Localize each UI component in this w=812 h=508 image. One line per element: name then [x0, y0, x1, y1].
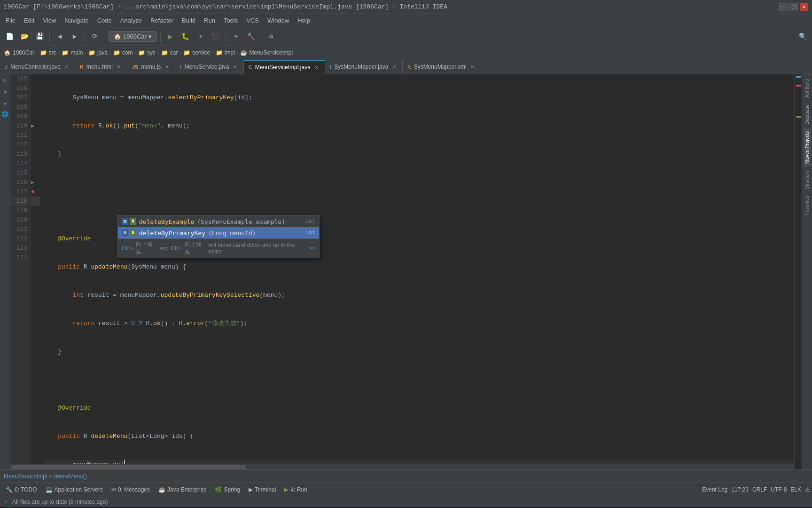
forward-button[interactable]: ▶	[68, 30, 81, 43]
todo-tab[interactable]: 🔧 6: TODO	[2, 485, 41, 494]
terminal-tab[interactable]: ▶ Terminal	[245, 485, 280, 494]
breadcrumb-car[interactable]: 📁 car	[161, 49, 178, 56]
hint-more[interactable]: >>	[309, 245, 315, 252]
debug-button[interactable]: 🐛	[179, 30, 192, 43]
code-line-113: return result > 0 ? R.ok() : R.error("修改…	[43, 319, 794, 328]
breadcrumb-main[interactable]: 📁 main	[62, 49, 83, 56]
ant-build-tab[interactable]: Ant Build	[804, 76, 811, 101]
scrollbar-thumb-h[interactable]	[11, 465, 246, 469]
spring-tab[interactable]: 🌿 Spring	[211, 485, 244, 494]
autocomplete-item-2[interactable]: m b deleteByPrimaryKey(Long menuId) int	[118, 227, 319, 238]
autocomplete-item-1[interactable]: m b deleteByExample(SysMenuExample examp…	[118, 216, 319, 227]
encoding[interactable]: UTF-8	[771, 486, 787, 493]
code-editor[interactable]: 105 106 107 108 109 110 111 112 113 114 …	[10, 74, 794, 469]
menu-refactor[interactable]: Refactor	[147, 16, 177, 25]
breadcrumb-src[interactable]: 📁 src	[40, 49, 56, 56]
project-selector[interactable]: 🏠 1906Car ▾	[109, 31, 157, 42]
error-mark-1[interactable]	[796, 76, 801, 78]
run-button[interactable]: ▶	[164, 30, 177, 43]
event-log-button[interactable]: Event Log	[702, 486, 727, 493]
minimize-button[interactable]: ─	[779, 3, 788, 11]
menu-tools[interactable]: Tools	[220, 16, 242, 25]
tab-close-sys-menu-mapper-xml[interactable]: ✕	[469, 64, 476, 70]
build-project-button[interactable]: 🔨	[244, 30, 258, 43]
elk-status[interactable]: ELK	[790, 486, 801, 493]
breadcrumb-syc[interactable]: 📁 syc	[138, 49, 156, 56]
breadcrumb-impl[interactable]: 📁 impl	[216, 49, 235, 56]
ok-mark[interactable]	[796, 116, 801, 118]
horizontal-scrollbar[interactable]	[10, 464, 794, 469]
menu-edit[interactable]: Edit	[20, 16, 38, 25]
breakpoint-117[interactable]: ●	[31, 187, 40, 197]
tab-sys-menu-mapper[interactable]: I SysMenuMapper.java ✕	[325, 60, 403, 74]
breadcrumb-com[interactable]: 📁 com	[113, 49, 133, 56]
breadcrumb-service[interactable]: 📁 service	[183, 49, 210, 56]
com-icon: 📁	[113, 49, 120, 56]
code-text[interactable]: SysMenu menu = menuMapper.selectByPrimar…	[40, 74, 794, 464]
app-servers-label: Application Servers	[55, 486, 103, 493]
breadcrumb-file[interactable]: ☕ MenuServiceImpl	[240, 49, 293, 56]
app-servers-tab[interactable]: 💻 Application Servers	[42, 485, 107, 494]
back-button[interactable]: ◀	[53, 30, 66, 43]
run-gutter-110[interactable]: ▶	[31, 121, 40, 131]
tab-close-menu-js[interactable]: ✕	[164, 64, 170, 70]
refresh-button[interactable]: ⟳	[88, 30, 102, 43]
maven-projects-tab[interactable]: Maven Projects	[804, 128, 811, 167]
tab-close-sys-menu-mapper[interactable]: ✕	[391, 64, 398, 70]
menu-help[interactable]: Help	[294, 16, 314, 25]
structure-icon[interactable]: ≡	[1, 87, 9, 96]
autocomplete-popup[interactable]: m b deleteByExample(SysMenuExample examp…	[117, 215, 320, 258]
menu-view[interactable]: View	[39, 16, 60, 25]
search-area: 🔍	[796, 30, 809, 43]
close-button[interactable]: ✕	[800, 3, 808, 11]
menu-analyze[interactable]: Analyze	[117, 16, 146, 25]
tab-close-menu-controller[interactable]: ✕	[63, 64, 70, 70]
menu-run[interactable]: Run	[200, 16, 219, 25]
open-button[interactable]: 📂	[18, 30, 31, 43]
profile-button[interactable]: ⚡	[194, 30, 207, 43]
tabs-bar: J MenuController.java ✕ H menu.html ✕ JS…	[0, 59, 812, 74]
favorites-icon[interactable]: ★	[1, 99, 9, 107]
search-everywhere-button[interactable]: 🔍	[796, 30, 809, 43]
save-button[interactable]: 💾	[33, 30, 46, 43]
java-enterprise-tab[interactable]: ☕ Java Enterprise	[155, 485, 210, 494]
tab-menu-service[interactable]: I MenuService.java ✕	[175, 60, 243, 74]
menu-code[interactable]: Code	[94, 16, 116, 25]
stop-button[interactable]: ⬛	[209, 30, 222, 43]
breadcrumb-java[interactable]: 📁 java	[88, 49, 108, 56]
tab-menu-controller[interactable]: J MenuController.java ✕	[0, 60, 75, 74]
menu-navigate[interactable]: Navigate	[61, 16, 92, 25]
menu-vcs[interactable]: VCS	[242, 16, 263, 25]
web-icon[interactable]: 🌐	[1, 110, 9, 119]
run-tab[interactable]: ▶ 4: Run	[281, 485, 311, 494]
tab-menu-html[interactable]: H menu.html ✕	[75, 60, 127, 74]
menu-window[interactable]: Window	[264, 16, 293, 25]
error-mark-2[interactable]	[796, 85, 801, 87]
new-file-button[interactable]: 📄	[3, 30, 16, 43]
structure-tab[interactable]: Structure	[804, 167, 811, 192]
breadcrumb-project[interactable]: 🏠 1906Car	[4, 49, 34, 56]
maximize-button[interactable]: □	[789, 3, 798, 11]
messages-tab[interactable]: ✉ 0: Messages	[108, 485, 154, 494]
impl-icon: 📁	[216, 49, 223, 56]
run-gutter-116[interactable]: ▶	[31, 178, 40, 187]
project-view-icon[interactable]: P	[1, 76, 9, 85]
tab-menu-js[interactable]: JS menu.js ✕	[127, 60, 176, 74]
menu-file[interactable]: File	[2, 16, 19, 25]
title-controls[interactable]: ─ □ ✕	[779, 3, 808, 11]
tab-label-menu-service-impl: MenuServiceImpl.java	[255, 64, 311, 71]
tab-sys-menu-mapper-xml[interactable]: X SysMenuMapper.xml ✕	[403, 60, 481, 74]
dropdown-arrow: ▾	[148, 33, 152, 40]
favorites-tab[interactable]: Favorites	[804, 193, 811, 218]
tab-close-menu-html[interactable]: ✕	[116, 64, 122, 70]
bottom-class-name[interactable]: MenuServiceImpl > deleteMenu()	[4, 473, 87, 480]
line-ending[interactable]: CRLF	[752, 486, 767, 493]
tab-close-menu-service-impl[interactable]: ✕	[313, 64, 320, 71]
database-tab[interactable]: Database	[804, 102, 811, 127]
settings-button[interactable]: ⚙	[265, 30, 278, 43]
menu-build[interactable]: Build	[178, 16, 199, 25]
tab-menu-service-impl[interactable]: C MenuServiceImpl.java ✕	[244, 60, 325, 74]
tab-close-menu-service[interactable]: ✕	[232, 64, 239, 70]
step-over-button[interactable]: ↷	[229, 30, 242, 43]
code-line-114: }	[43, 347, 794, 357]
